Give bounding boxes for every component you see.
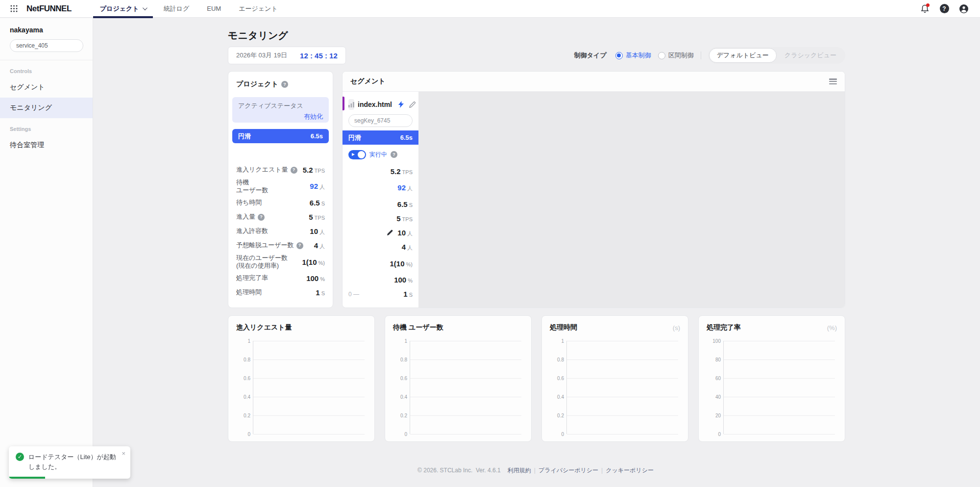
sidebar-item-waiting-room[interactable]: 待合室管理 [0, 135, 93, 155]
help-icon[interactable]: ? [258, 214, 265, 221]
active-status-box: アクティブステータス 有効化 [232, 97, 329, 123]
nav-tab-agent[interactable]: エージェント [230, 0, 287, 18]
gridline [410, 434, 521, 435]
primary-nav: プロジェクト 統計ログ EUM エージェント [91, 0, 287, 18]
segment-unit: S [409, 202, 413, 208]
stat-value: 5.2 [303, 166, 313, 174]
gridline [724, 378, 835, 379]
gridline [567, 378, 678, 379]
y-tick-label: 0.6 [549, 376, 564, 381]
stat-unit: S [321, 290, 325, 296]
account-icon[interactable] [958, 3, 969, 14]
gridline [567, 397, 678, 397]
y-tick-label: 0.2 [392, 413, 407, 418]
help-icon[interactable]: ? [391, 151, 397, 158]
lightning-bolt-icon[interactable] [398, 101, 404, 108]
chart-card-entry-requests: 進入リクエスト量 10.80.60.40.20 [228, 315, 375, 442]
radio-section-control[interactable]: 区間制御 [658, 51, 694, 60]
segment-value: 92 [397, 183, 406, 192]
stat-row: 現在のユーザー数 (現在の使用率) 1(10%) [236, 253, 325, 271]
stat-label: 処理完了率 [236, 274, 268, 282]
brand-logo[interactable]: NetFUNNEL [26, 4, 72, 14]
close-icon[interactable]: × [122, 450, 125, 457]
edit-pencil-icon[interactable] [387, 230, 393, 236]
play-icon [352, 153, 355, 156]
toast-message: ロードテスター（Lite）が起動しました。 [28, 452, 123, 472]
project-status-bar[interactable]: 円滑 6.5s [232, 129, 329, 143]
privacy-policy-link[interactable]: プライバシーポリシー [539, 467, 598, 474]
stat-row: 進入許容数 10人 [236, 224, 325, 238]
terms-link[interactable]: 利用規約 [508, 467, 531, 474]
sidebar-item-monitoring[interactable]: モニタリング [0, 98, 93, 118]
view-toggle: デフォルトビュー クラシックビュー [708, 47, 845, 64]
classic-view-button[interactable]: クラシックビュー [777, 48, 844, 63]
datetime-display[interactable]: 2026年 03月 19日 12 : 45 : 12 [228, 47, 346, 64]
radio-basic-control[interactable]: 基本制御 [615, 51, 651, 60]
stat-row: 待機 ユーザー数 92人 [236, 177, 325, 196]
chart-title: 処理完了率 [707, 323, 741, 332]
y-tick-label: 0.6 [392, 376, 407, 381]
active-status-value[interactable]: 有効化 [238, 112, 323, 121]
sidebar-item-segment[interactable]: セグメント [0, 77, 93, 98]
help-icon[interactable]: ? [281, 81, 288, 88]
running-toggle[interactable] [348, 150, 366, 159]
sidebar-section-settings: Settings [0, 118, 93, 135]
menu-icon[interactable] [829, 78, 837, 84]
y-tick-label: 0.2 [236, 413, 250, 418]
y-tick-label: 0.2 [549, 413, 564, 418]
nav-tab-label: エージェント [239, 4, 278, 13]
chart-unit: (%) [827, 324, 837, 332]
y-tick-label: 1 [549, 338, 564, 344]
help-icon[interactable]: ? [291, 167, 297, 174]
app-grid-icon[interactable] [8, 3, 20, 15]
edit-pencil-icon[interactable] [409, 102, 416, 108]
gridline [567, 434, 678, 435]
radio-label: 基本制御 [626, 51, 651, 60]
chart-card-completion-rate: 処理完了率 (%) 100806040200 [698, 315, 845, 442]
current-date: 2026年 03月 19日 [236, 51, 287, 60]
gridline [567, 415, 678, 416]
toggle-knob [358, 151, 365, 158]
toast-notification: ✓ ロードテスター（Lite）が起動しました。 × [9, 446, 130, 479]
gridline [724, 341, 835, 341]
nav-tab-label: EUM [207, 5, 221, 12]
default-view-button[interactable]: デフォルトビュー [709, 48, 777, 63]
segment-key-field[interactable] [348, 114, 413, 127]
page-title: モニタリング [228, 29, 845, 42]
stat-row: 進入量? 5TPS [236, 210, 325, 224]
help-icon[interactable]: ? [939, 3, 950, 14]
divider: | [534, 467, 536, 474]
radio-dot [658, 52, 665, 59]
nav-tab-label: 統計ログ [164, 4, 190, 13]
nav-tab-project[interactable]: プロジェクト [91, 0, 155, 18]
notification-bell-icon[interactable] [919, 3, 930, 14]
gridline [253, 359, 365, 360]
status-bar-label: 円滑 [238, 132, 251, 141]
success-check-icon: ✓ [16, 453, 24, 461]
segment-value: 1 [403, 290, 407, 298]
radio-dot [615, 52, 623, 59]
segment-status-bar[interactable]: 円滑 6.5s [343, 130, 418, 145]
segment-value-row: 6.5S [348, 197, 413, 211]
stat-unit: 人 [319, 243, 325, 250]
chart-card-waiting-users: 待機 ユーザー数 10.80.60.40.20 [385, 315, 532, 442]
cookie-policy-link[interactable]: クッキーポリシー [606, 467, 654, 474]
nav-tab-eum[interactable]: EUM [198, 0, 230, 18]
service-select[interactable] [10, 39, 83, 52]
y-tick-label: 0 [392, 432, 407, 437]
segment-value-row: 1(10%) [348, 254, 413, 273]
segment-value-row: 10人 [348, 226, 413, 240]
y-tick-label: 0.6 [236, 376, 250, 381]
y-tick-label: 100 [706, 338, 721, 344]
help-icon[interactable]: ? [296, 242, 303, 249]
nav-utility-icons: ? [919, 3, 980, 14]
y-tick-label: 40 [706, 394, 721, 400]
gridline [253, 378, 365, 379]
stat-unit: TPS [315, 168, 325, 174]
nav-tab-stats-log[interactable]: 統計ログ [155, 0, 198, 18]
stat-label: 現在のユーザー数 (現在の使用率) [236, 254, 288, 270]
stat-value: 6.5 [310, 199, 320, 207]
segment-unit: 人 [407, 230, 413, 237]
y-tick-label: 1 [236, 338, 250, 344]
gridline [724, 359, 835, 360]
